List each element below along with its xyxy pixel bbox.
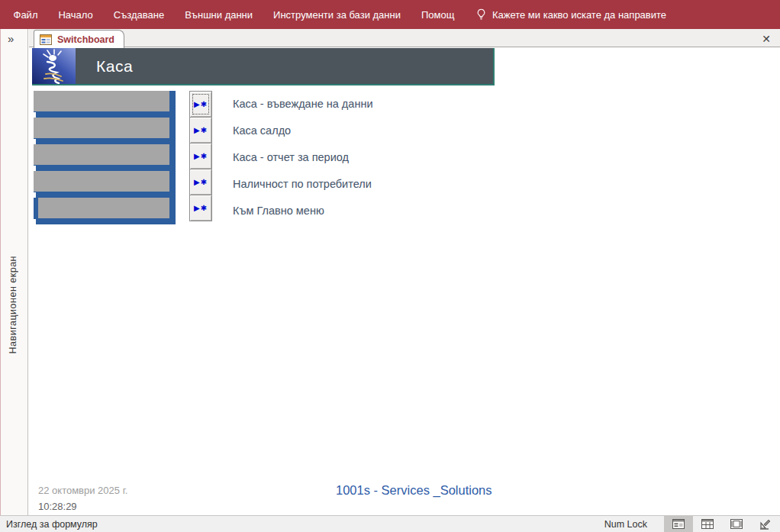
form-tab-icon [40,34,52,45]
ribbon-tab-external-data[interactable]: Външни данни [175,0,263,29]
button-kasa-saldo[interactable]: ▶✱ [189,117,212,143]
switchboard-artwork [34,91,176,224]
design-view-icon [759,519,772,530]
ribbon-tab-create[interactable]: Създаване [103,0,174,29]
switchboard-item-label[interactable]: Каса - отчет за период [233,144,538,171]
button-kasa-otchet[interactable]: ▶✱ [189,143,212,169]
view-status-label: Изглед за формуляр [6,519,98,530]
switchboard-item-label[interactable]: Към Главно меню [233,198,538,224]
nav-pane-title: Навигационен екран [8,256,18,353]
switchboard-item-label[interactable]: Каса салдо [233,118,538,144]
tab-switchboard[interactable]: Switchboard [34,30,124,48]
ribbon-bar: Файл Начало Създаване Външни данни Инстр… [0,0,780,29]
tell-me-box[interactable]: Кажете ми какво искате да направите [475,8,666,21]
expand-nav-pane-icon[interactable]: » [8,32,14,45]
ribbon-tab-database-tools[interactable]: Инструменти за бази данни [263,0,411,29]
num-lock-indicator: Num Lock [604,519,647,530]
button-kasa-vavezhdane[interactable]: ▶✱ [189,91,212,118]
layout-view-button[interactable] [722,516,751,532]
switchboard-form: Каса ▶✱ ▶✱ ▶✱ ▶✱ ▶✱ Каса - въвеждане на … [29,48,780,515]
document-tab-bar: Switchboard ✕ [29,29,780,47]
design-view-button[interactable] [751,516,780,532]
tab-switchboard-label: Switchboard [57,34,114,45]
current-date: 22 октомври 2025 г. [38,485,127,496]
layout-view-icon [730,519,743,529]
current-time: 10:28:29 [38,501,77,512]
form-header: Каса [32,48,495,85]
form-view-icon [672,519,685,529]
go-arrow-icon: ▶✱ [194,178,208,186]
button-glavno-menu[interactable]: ▶✱ [189,195,212,221]
status-bar: Изглед за формуляр Num Lock [0,515,780,532]
company-logo [32,48,76,84]
ribbon-tab-file[interactable]: Файл [3,0,48,29]
tell-me-label: Кажете ми какво искате да направите [492,9,666,21]
switchboard-item-label[interactable]: Каса - въвеждане на данни [233,91,538,118]
switchboard-item-label[interactable]: Наличност по потребители [233,171,538,198]
switchboard-buttons: ▶✱ ▶✱ ▶✱ ▶✱ ▶✱ [189,91,212,221]
go-arrow-icon: ▶✱ [194,126,208,134]
ribbon-tab-home[interactable]: Начало [48,0,103,29]
ribbon-tab-help[interactable]: Помощ [411,0,464,29]
go-arrow-icon: ▶✱ [194,204,208,212]
lightbulb-icon [475,8,487,21]
datasheet-view-icon [701,519,714,529]
datasheet-view-button[interactable] [693,516,722,532]
button-nalichnost[interactable]: ▶✱ [189,169,212,195]
go-arrow-icon: ▶✱ [194,152,208,160]
go-arrow-icon: ▶✱ [194,100,208,108]
form-view-button[interactable] [664,516,693,532]
navigation-pane-collapsed[interactable]: » Навигационен екран [0,29,28,515]
company-brand-label: 1001s - Services _Solutions [336,483,492,498]
close-tab-icon[interactable]: ✕ [759,31,774,47]
form-title: Каса [96,57,133,76]
